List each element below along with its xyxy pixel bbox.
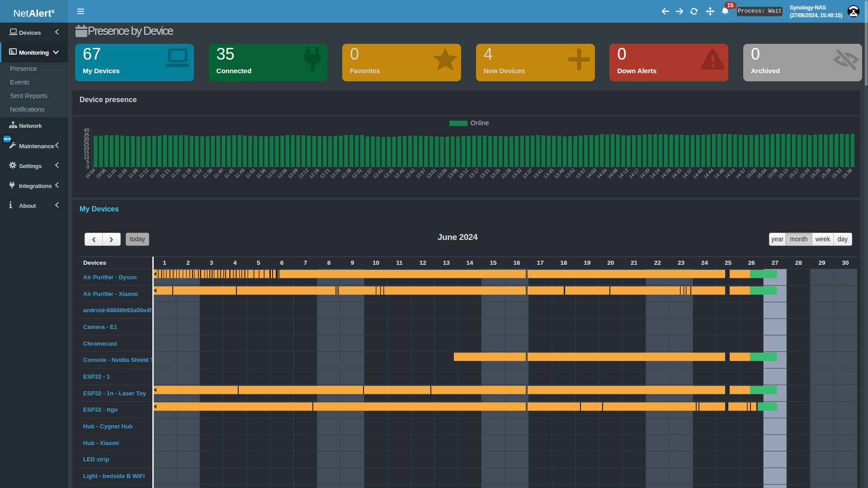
svg-text:10:54: 10:54: [84, 167, 96, 179]
svg-text:24: 24: [701, 259, 708, 266]
svg-text:11:32: 11:32: [191, 167, 203, 179]
svg-text:27: 27: [772, 259, 778, 266]
svg-text:15:13: 15:13: [777, 167, 789, 179]
svg-text:11:56: 11:56: [255, 167, 267, 179]
svg-text:5: 5: [257, 259, 260, 266]
svg-text:12:09: 12:09: [287, 167, 299, 179]
svg-text:Air Purifier - Dyson: Air Purifier - Dyson: [83, 274, 137, 281]
svg-text:16: 16: [513, 259, 520, 266]
svg-text:android-68608b93a00e4f3: android-68608b93a00e4f3: [83, 307, 155, 314]
svg-text:17: 17: [537, 259, 543, 266]
svg-text:1: 1: [163, 259, 166, 266]
svg-text:13:48: 13:48: [553, 167, 565, 179]
svg-text:12:32: 12:32: [350, 167, 363, 179]
svg-text:LED strip: LED strip: [83, 456, 109, 463]
svg-text:10: 10: [373, 259, 379, 266]
svg-text:15:08: 15:08: [766, 167, 778, 179]
svg-text:11:05: 11:05: [116, 167, 128, 179]
svg-text:Chromecast: Chromecast: [83, 340, 118, 347]
svg-text:12:48: 12:48: [393, 167, 406, 179]
svg-text:23: 23: [678, 259, 685, 266]
svg-text:ESP32 - ttgo: ESP32 - ttgo: [83, 406, 118, 413]
svg-text:2: 2: [186, 259, 190, 266]
svg-text:Console - Nvidia Shield TV: Console - Nvidia Shield TV: [83, 357, 158, 363]
svg-text:14:29: 14:29: [660, 167, 672, 179]
svg-text:20: 20: [607, 259, 614, 266]
svg-text:9: 9: [351, 259, 354, 266]
svg-text:3: 3: [210, 259, 213, 266]
svg-text:21: 21: [631, 259, 638, 266]
svg-text:14:17: 14:17: [627, 167, 640, 179]
svg-text:13:21: 13:21: [478, 167, 491, 179]
svg-text:ESP32 - 1n - Laser Toy: ESP32 - 1n - Laser Toy: [83, 390, 146, 397]
svg-text:14: 14: [467, 259, 474, 266]
svg-text:11: 11: [396, 259, 403, 266]
svg-text:22: 22: [654, 259, 661, 266]
svg-text:13:05: 13:05: [436, 167, 448, 179]
svg-text:12:41: 12:41: [372, 167, 384, 179]
svg-text:12:28: 12:28: [340, 167, 352, 179]
svg-text:12:16: 12:16: [308, 167, 320, 179]
svg-text:13:17: 13:17: [468, 167, 480, 179]
svg-text:11:36: 11:36: [202, 167, 214, 179]
svg-text:29: 29: [819, 259, 826, 266]
svg-text:15:17: 15:17: [788, 167, 800, 179]
svg-text:14:24: 14:24: [649, 167, 661, 179]
svg-text:14:44: 14:44: [702, 167, 714, 179]
svg-text:15:25: 15:25: [809, 167, 821, 179]
svg-text:12:52: 12:52: [404, 167, 416, 179]
svg-text:11:21: 11:21: [159, 167, 171, 179]
svg-text:14:13: 14:13: [617, 167, 629, 179]
svg-text:13:25: 13:25: [489, 167, 501, 179]
svg-text:6: 6: [280, 259, 284, 266]
svg-text:Hub - Cygnet Hub: Hub - Cygnet Hub: [83, 423, 133, 430]
svg-text:12:57: 12:57: [415, 167, 427, 179]
svg-text:11:08: 11:08: [127, 167, 139, 179]
svg-text:13:52: 13:52: [564, 167, 576, 179]
svg-text:14:33: 14:33: [670, 167, 683, 179]
svg-text:28: 28: [795, 259, 802, 266]
svg-text:15:33: 15:33: [830, 167, 842, 179]
svg-text:13:45: 13:45: [542, 167, 555, 179]
svg-text:12:25: 12:25: [329, 167, 341, 179]
svg-text:14:08: 14:08: [606, 167, 618, 179]
svg-text:14:37: 14:37: [681, 167, 693, 179]
svg-text:13:01: 13:01: [425, 167, 437, 179]
svg-text:13:37: 13:37: [521, 167, 533, 179]
svg-text:11:40: 11:40: [212, 167, 224, 179]
svg-text:14:40: 14:40: [692, 167, 704, 179]
svg-text:12:21: 12:21: [319, 167, 331, 179]
svg-text:11:12: 11:12: [137, 167, 150, 179]
svg-text:Light - bedside B WiFi: Light - bedside B WiFi: [83, 473, 145, 479]
svg-text:15:29: 15:29: [820, 167, 832, 179]
svg-text:14:57: 14:57: [734, 167, 746, 179]
svg-text:11:49: 11:49: [233, 167, 245, 179]
svg-text:10:56: 10:56: [94, 167, 107, 179]
svg-text:Hub - Xiaomi: Hub - Xiaomi: [83, 440, 119, 446]
svg-text:18: 18: [560, 259, 567, 266]
svg-text:12:05: 12:05: [276, 167, 288, 179]
svg-text:4: 4: [233, 259, 237, 266]
svg-text:7: 7: [304, 259, 307, 266]
svg-text:13:41: 13:41: [532, 167, 544, 179]
svg-text:12: 12: [420, 259, 426, 266]
svg-text:13:28: 13:28: [500, 167, 512, 179]
svg-text:14:04: 14:04: [596, 167, 608, 179]
svg-text:12:12: 12:12: [297, 167, 309, 179]
svg-text:14:20: 14:20: [638, 167, 651, 179]
svg-text:13:08: 13:08: [447, 167, 459, 179]
svg-text:13: 13: [443, 259, 450, 266]
svg-text:11:16: 11:16: [148, 167, 160, 179]
svg-text:Camera - E1: Camera - E1: [83, 324, 117, 330]
svg-text:30: 30: [842, 259, 849, 266]
svg-text:12:45: 12:45: [382, 167, 395, 179]
svg-text:15:00: 15:00: [745, 167, 757, 179]
svg-text:12:01: 12:01: [265, 167, 278, 179]
svg-text:15:20: 15:20: [798, 167, 811, 179]
svg-text:0: 0: [86, 164, 89, 169]
svg-text:11:25: 11:25: [170, 167, 182, 179]
svg-text:15:36: 15:36: [841, 167, 853, 179]
svg-text:15:04: 15:04: [755, 167, 768, 179]
svg-text:15: 15: [490, 259, 497, 266]
svg-text:13:12: 13:12: [457, 167, 469, 179]
